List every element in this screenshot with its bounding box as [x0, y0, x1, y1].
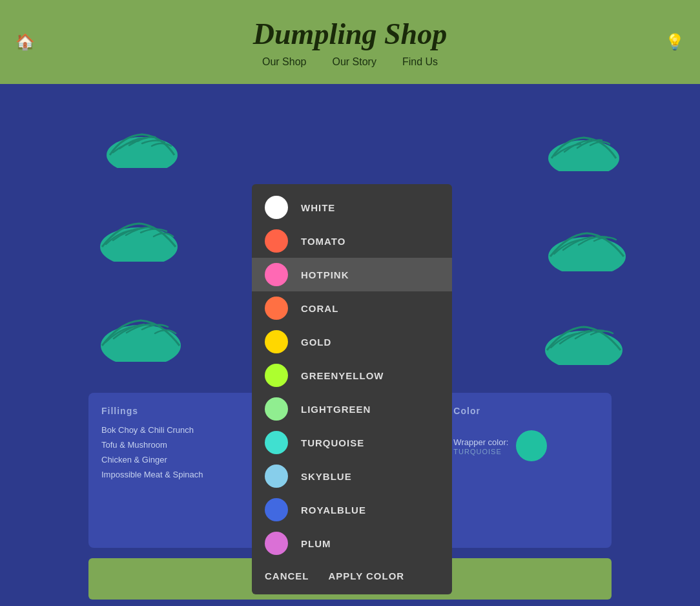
color-option-turquoise[interactable]: TURQUOISE: [252, 426, 452, 459]
main-nav: Our Shop Our Story Find Us: [262, 56, 438, 68]
svg-point-4: [548, 237, 626, 271]
color-label-tomato: TOMATO: [301, 236, 345, 247]
color-title: Color: [453, 406, 480, 416]
settings-icon[interactable]: 💡: [665, 33, 685, 51]
color-picker-dropdown: WHITETOMATOHOTPINKCORALGOLDGREENYELLOWLI…: [252, 184, 452, 594]
color-option-coral[interactable]: CORAL: [252, 291, 452, 325]
color-swatch[interactable]: [516, 430, 547, 461]
filling-item-2[interactable]: Tofu & Mushroom: [101, 440, 247, 450]
color-label-lightgreen: LIGHTGREEN: [301, 404, 371, 415]
wrapper-color-row: Wrapper color: TURQUOISE: [453, 430, 547, 461]
header: 🏠 Dumpling Shop Our Shop Our Story Find …: [0, 0, 700, 84]
color-label-skyblue: SKYBLUE: [301, 471, 352, 482]
color-option-skyblue[interactable]: SKYBLUE: [252, 459, 452, 493]
color-dot-coral: [265, 297, 288, 320]
color-dot-gold: [265, 330, 288, 353]
color-option-greenyellow[interactable]: GREENYELLOW: [252, 359, 452, 392]
nav-our-shop[interactable]: Our Shop: [262, 56, 306, 68]
color-dot-skyblue: [265, 465, 288, 488]
dumpling-decoration: [542, 317, 626, 365]
dumpling-decoration: [96, 310, 186, 362]
color-dot-royalblue: [265, 498, 288, 521]
color-label-coral: CORAL: [301, 303, 338, 314]
color-dot-lightgreen: [265, 397, 288, 421]
dumpling-decoration: [97, 213, 181, 262]
wrapper-color-text: Wrapper color: TURQUOISE: [453, 436, 508, 455]
color-label-plum: PLUM: [301, 538, 331, 549]
home-icon[interactable]: 🏠: [15, 33, 35, 51]
filling-item-4[interactable]: Impossible Meat & Spinach: [101, 470, 247, 479]
color-option-white[interactable]: WHITE: [252, 191, 452, 224]
color-dot-tomato: [265, 229, 288, 253]
cancel-button[interactable]: CANCEL: [265, 570, 309, 581]
color-card: Color Wrapper color: TURQUOISE: [440, 393, 612, 548]
color-dot-plum: [265, 532, 288, 555]
color-label-royalblue: ROYALBLUE: [301, 505, 366, 516]
svg-point-0: [107, 137, 178, 168]
color-label-hotpink: HOTPINK: [301, 269, 349, 280]
color-option-plum[interactable]: PLUM: [252, 527, 452, 560]
dumpling-decoration: [545, 223, 629, 271]
dumpling-decoration: [545, 126, 623, 171]
dumpling-decoration: [103, 123, 181, 168]
color-option-lightgreen[interactable]: LIGHTGREEN: [252, 392, 452, 426]
color-option-hotpink[interactable]: HOTPINK: [252, 258, 452, 291]
apply-color-button[interactable]: APPLY COLOR: [329, 570, 405, 581]
color-label-turquoise: TURQUOISE: [301, 437, 364, 448]
filling-item-1[interactable]: Bok Choy & Chili Crunch: [101, 425, 247, 435]
svg-point-5: [545, 331, 623, 365]
color-dot-white: [265, 196, 288, 219]
color-dot-turquoise: [265, 431, 288, 454]
main-content: Fillings Bok Choy & Chili Crunch Tofu & …: [0, 84, 700, 606]
color-option-royalblue[interactable]: ROYALBLUE: [252, 493, 452, 527]
color-label-greenyellow: GREENYELLOW: [301, 370, 384, 381]
picker-actions: CANCEL APPLY COLOR: [252, 560, 452, 588]
filling-item-3[interactable]: Chicken & Ginger: [101, 455, 247, 465]
fillings-card: Fillings Bok Choy & Chili Crunch Tofu & …: [88, 393, 260, 548]
color-label-gold: GOLD: [301, 337, 331, 348]
color-option-tomato[interactable]: TOMATO: [252, 224, 452, 258]
color-dot-hotpink: [265, 263, 288, 286]
nav-our-story[interactable]: Our Story: [332, 56, 376, 68]
color-label-white: WHITE: [301, 202, 335, 213]
color-dot-greenyellow: [265, 364, 288, 387]
fillings-title: Fillings: [101, 406, 247, 416]
page-title: Dumpling Shop: [253, 17, 447, 51]
color-option-gold[interactable]: GOLD: [252, 325, 452, 359]
nav-find-us[interactable]: Find Us: [402, 56, 438, 68]
